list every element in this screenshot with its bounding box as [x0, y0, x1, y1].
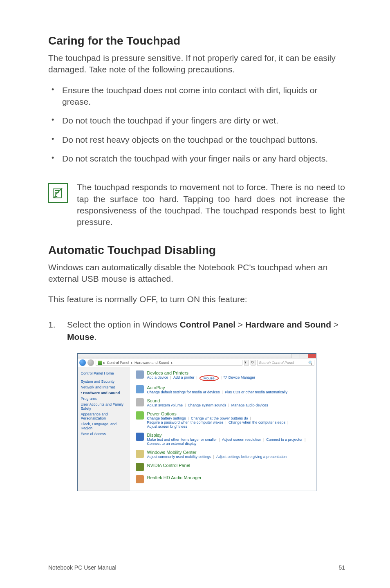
cp-category: NVIDIA Control Panel	[136, 463, 310, 471]
cp-category: DisplayMake text and other items larger …	[136, 433, 310, 446]
section-title-caring: Caring for the Touchpad	[48, 34, 345, 47]
category-title[interactable]: Windows Mobility Center	[147, 450, 310, 455]
category-title[interactable]: AutoPlay	[147, 385, 310, 390]
control-panel-window: ▸ Control Panel ▸ Hardware and Sound ▸ ▾…	[77, 353, 316, 491]
mouse-link-highlighted[interactable]: Mouse	[199, 375, 219, 381]
separator: |	[221, 375, 222, 381]
hardware-sound-label: Hardware and Sound	[245, 320, 331, 329]
category-sublink[interactable]: Adjust system volume	[147, 403, 183, 407]
category-sublink[interactable]: Adjust settings before giving a presenta…	[216, 455, 287, 459]
sidebar-item-programs[interactable]: Programs	[81, 396, 127, 402]
precautions-list: Ensure the touchpad does not come into c…	[48, 85, 345, 172]
category-icon	[136, 398, 144, 406]
category-sublink[interactable]: Change battery settings	[147, 416, 186, 420]
sidebar-item-user-accounts[interactable]: User Accounts and Family Safety	[81, 402, 127, 411]
list-item: Do not touch the touchpad if your finger…	[48, 115, 345, 126]
category-sublink[interactable]: Require a password when the computer wak…	[147, 420, 224, 424]
category-title[interactable]: Devices and Printers	[147, 370, 310, 375]
footer-title: Notebook PC User Manual	[48, 564, 117, 571]
list-item: Do not scratch the touchpad with your fi…	[48, 153, 345, 164]
category-icon	[136, 450, 144, 458]
note-block: The touchpad responds to movement not to…	[48, 182, 345, 228]
cp-category: Realtek HD Audio Manager	[136, 475, 310, 483]
sidebar-item-network-internet[interactable]: Network and Internet	[81, 384, 127, 390]
category-sublink[interactable]: Change default settings for media or dev…	[147, 390, 220, 394]
separator: |	[222, 390, 223, 394]
page-number: 51	[338, 564, 345, 571]
steps-list: Select the option in Windows Control Pan…	[48, 319, 345, 348]
search-input[interactable]: Search Control Panel 🔍	[257, 360, 314, 366]
sidebar-item-hardware-sound[interactable]: Hardware and Sound	[81, 390, 127, 396]
back-button[interactable]	[79, 359, 86, 366]
category-icon	[136, 463, 144, 471]
sidebar-item-system-security[interactable]: System and Security	[81, 379, 127, 384]
breadcrumb-seg[interactable]: Hardware and Sound	[134, 361, 169, 365]
control-panel-label: Control Panel	[179, 320, 235, 329]
category-sublinks: Change battery settings|Change what the …	[147, 416, 310, 429]
category-title[interactable]: Sound	[147, 398, 310, 403]
category-sublink[interactable]: Add a device	[147, 375, 168, 381]
control-panel-icon	[98, 361, 102, 365]
address-bar: ▸ Control Panel ▸ Hardware and Sound ▸ ▾…	[78, 359, 316, 367]
category-icon	[136, 385, 144, 393]
category-sublink[interactable]: Adjust screen resolution	[222, 438, 261, 442]
cp-category: AutoPlayChange default settings for medi…	[136, 385, 310, 394]
path-dropdown[interactable]: ▾	[244, 360, 249, 366]
category-sublink[interactable]: 🛡 Device Manager	[224, 375, 255, 381]
separator: |	[185, 403, 186, 407]
sidebar-item-ease-of-access[interactable]: Ease of Access	[81, 431, 127, 437]
period: .	[94, 332, 97, 341]
category-title[interactable]: Display	[147, 433, 310, 438]
breadcrumb-seg[interactable]: Control Panel	[107, 361, 130, 365]
separator: |	[228, 403, 229, 407]
category-sublink[interactable]: Connect to a projector	[266, 438, 303, 442]
close-button[interactable]	[308, 354, 316, 358]
category-sublink[interactable]: Change what the power buttons do	[191, 416, 248, 420]
category-sublinks: Add a device|Add a printer|Mouse|🛡 Devic…	[147, 375, 310, 381]
cp-category: Devices and PrintersAdd a device|Add a p…	[136, 370, 310, 381]
page-footer: Notebook PC User Manual 51	[48, 564, 345, 588]
category-sublinks: Make text and other items larger or smal…	[147, 438, 310, 446]
gt: >	[331, 320, 338, 329]
category-sublinks: Adjust system volume|Change system sound…	[147, 403, 310, 407]
auto-disable-p1: Windows can automatically disable the No…	[48, 262, 345, 285]
category-sublink[interactable]: Adjust screen brightness	[147, 424, 188, 429]
cp-category: Windows Mobility CenterAdjust commonly u…	[136, 450, 310, 459]
separator: |	[196, 375, 197, 381]
step-text: Select the option in Windows	[67, 320, 179, 329]
category-sublink[interactable]: Play CDs or other media automatically	[225, 390, 287, 394]
category-sublink[interactable]: Make text and other items larger or smal…	[147, 438, 217, 442]
breadcrumb-arrow: ▸	[103, 361, 105, 365]
auto-disable-p2: This feature is normally OFF, to turn ON…	[48, 294, 345, 305]
category-sublink[interactable]: Adjust commonly used mobility settings	[147, 455, 211, 459]
category-sublink[interactable]: Change when the computer sleeps	[229, 420, 285, 424]
sidebar-item-appearance[interactable]: Appearance and Personalization	[81, 411, 127, 421]
separator: |	[250, 416, 251, 420]
refresh-button[interactable]: ↻	[251, 360, 256, 366]
mouse-label: Mouse	[67, 332, 94, 341]
maximize-button[interactable]	[300, 354, 308, 358]
sidebar-item-clock-language[interactable]: Clock, Language, and Region	[81, 421, 127, 431]
category-icon	[136, 475, 144, 483]
separator: |	[226, 420, 226, 424]
category-title[interactable]: NVIDIA Control Panel	[147, 463, 310, 468]
category-sublink[interactable]: Add a printer	[173, 375, 195, 381]
separator: |	[213, 455, 214, 459]
forward-button[interactable]	[87, 359, 94, 366]
category-sublink[interactable]: Connect to an external display	[147, 442, 197, 446]
sidebar-item-home[interactable]: Control Panel Home	[81, 370, 127, 376]
category-sublink[interactable]: Change system sounds	[188, 403, 226, 407]
separator: |	[219, 438, 220, 442]
category-title[interactable]: Realtek HD Audio Manager	[147, 475, 310, 480]
cp-category: SoundAdjust system volume|Change system …	[136, 398, 310, 407]
control-panel-main: Devices and PrintersAdd a device|Add a p…	[130, 367, 316, 491]
separator: |	[287, 420, 288, 424]
category-sublink[interactable]: Manage audio devices	[231, 403, 268, 407]
minimize-button[interactable]	[291, 354, 300, 358]
category-icon	[136, 370, 144, 379]
category-icon	[136, 411, 144, 420]
category-sublinks: Change default settings for media or dev…	[147, 390, 310, 394]
breadcrumb[interactable]: ▸ Control Panel ▸ Hardware and Sound ▸	[96, 360, 242, 366]
category-title[interactable]: Power Options	[147, 411, 310, 416]
category-sublinks: Adjust commonly used mobility settings|A…	[147, 455, 310, 459]
